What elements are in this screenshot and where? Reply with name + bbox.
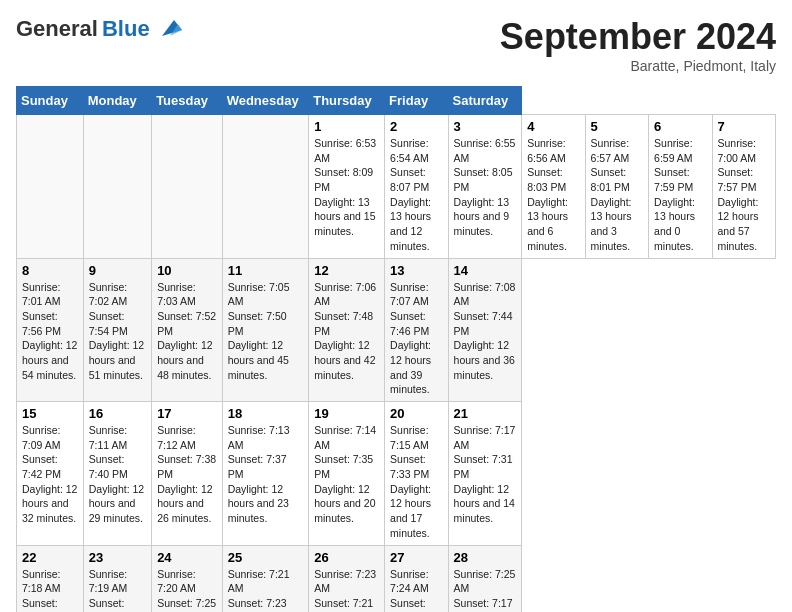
day-number: 7 (718, 119, 770, 134)
day-info: Sunrise: 7:12 AMSunset: 7:38 PMDaylight:… (157, 423, 217, 526)
day-info: Sunrise: 7:00 AMSunset: 7:57 PMDaylight:… (718, 136, 770, 254)
calendar-cell: 25Sunrise: 7:21 AMSunset: 7:23 PMDayligh… (222, 545, 309, 612)
calendar-cell: 18Sunrise: 7:13 AMSunset: 7:37 PMDayligh… (222, 402, 309, 546)
title-area: September 2024 Baratte, Piedmont, Italy (500, 16, 776, 74)
calendar-cell: 5Sunrise: 6:57 AMSunset: 8:01 PMDaylight… (585, 115, 648, 259)
day-number: 9 (89, 263, 146, 278)
logo: General Blue (16, 16, 182, 42)
day-number: 21 (454, 406, 517, 421)
location: Baratte, Piedmont, Italy (500, 58, 776, 74)
calendar-cell: 4Sunrise: 6:56 AMSunset: 8:03 PMDaylight… (522, 115, 585, 259)
day-number: 10 (157, 263, 217, 278)
calendar-cell: 10Sunrise: 7:03 AMSunset: 7:52 PMDayligh… (152, 258, 223, 402)
page-header: General Blue September 2024 Baratte, Pie… (16, 16, 776, 74)
day-number: 4 (527, 119, 579, 134)
day-number: 17 (157, 406, 217, 421)
column-header-saturday: Saturday (448, 87, 522, 115)
day-info: Sunrise: 6:53 AMSunset: 8:09 PMDaylight:… (314, 136, 379, 239)
day-number: 20 (390, 406, 442, 421)
calendar-cell: 17Sunrise: 7:12 AMSunset: 7:38 PMDayligh… (152, 402, 223, 546)
column-header-monday: Monday (83, 87, 151, 115)
calendar-cell: 6Sunrise: 6:59 AMSunset: 7:59 PMDaylight… (649, 115, 712, 259)
day-number: 13 (390, 263, 442, 278)
day-number: 14 (454, 263, 517, 278)
day-info: Sunrise: 7:02 AMSunset: 7:54 PMDaylight:… (89, 280, 146, 383)
day-info: Sunrise: 7:07 AMSunset: 7:46 PMDaylight:… (390, 280, 442, 398)
calendar-week-4: 22Sunrise: 7:18 AMSunset: 7:29 PMDayligh… (17, 545, 776, 612)
calendar-cell: 7Sunrise: 7:00 AMSunset: 7:57 PMDaylight… (712, 115, 775, 259)
column-header-wednesday: Wednesday (222, 87, 309, 115)
day-number: 19 (314, 406, 379, 421)
day-number: 24 (157, 550, 217, 565)
day-info: Sunrise: 6:56 AMSunset: 8:03 PMDaylight:… (527, 136, 579, 254)
day-number: 23 (89, 550, 146, 565)
calendar-cell: 14Sunrise: 7:08 AMSunset: 7:44 PMDayligh… (448, 258, 522, 402)
calendar-cell: 23Sunrise: 7:19 AMSunset: 7:27 PMDayligh… (83, 545, 151, 612)
day-number: 25 (228, 550, 304, 565)
day-info: Sunrise: 7:17 AMSunset: 7:31 PMDaylight:… (454, 423, 517, 526)
calendar-cell: 1Sunrise: 6:53 AMSunset: 8:09 PMDaylight… (309, 115, 385, 259)
day-number: 6 (654, 119, 706, 134)
day-info: Sunrise: 7:13 AMSunset: 7:37 PMDaylight:… (228, 423, 304, 526)
day-info: Sunrise: 7:08 AMSunset: 7:44 PMDaylight:… (454, 280, 517, 383)
calendar-week-1: 1Sunrise: 6:53 AMSunset: 8:09 PMDaylight… (17, 115, 776, 259)
calendar-cell: 21Sunrise: 7:17 AMSunset: 7:31 PMDayligh… (448, 402, 522, 546)
day-info: Sunrise: 6:55 AMSunset: 8:05 PMDaylight:… (454, 136, 517, 239)
column-header-friday: Friday (385, 87, 448, 115)
day-number: 5 (591, 119, 643, 134)
day-number: 18 (228, 406, 304, 421)
day-info: Sunrise: 7:20 AMSunset: 7:25 PMDaylight:… (157, 567, 217, 613)
day-info: Sunrise: 7:11 AMSunset: 7:40 PMDaylight:… (89, 423, 146, 526)
calendar-cell: 20Sunrise: 7:15 AMSunset: 7:33 PMDayligh… (385, 402, 448, 546)
calendar-cell: 9Sunrise: 7:02 AMSunset: 7:54 PMDaylight… (83, 258, 151, 402)
calendar-cell (83, 115, 151, 259)
calendar-cell: 2Sunrise: 6:54 AMSunset: 8:07 PMDaylight… (385, 115, 448, 259)
day-number: 1 (314, 119, 379, 134)
calendar-cell: 28Sunrise: 7:25 AMSunset: 7:17 PMDayligh… (448, 545, 522, 612)
day-info: Sunrise: 7:06 AMSunset: 7:48 PMDaylight:… (314, 280, 379, 383)
day-number: 22 (22, 550, 78, 565)
calendar-cell (152, 115, 223, 259)
calendar-header-row: SundayMondayTuesdayWednesdayThursdayFrid… (17, 87, 776, 115)
day-info: Sunrise: 7:19 AMSunset: 7:27 PMDaylight:… (89, 567, 146, 613)
day-info: Sunrise: 7:05 AMSunset: 7:50 PMDaylight:… (228, 280, 304, 383)
calendar-cell: 24Sunrise: 7:20 AMSunset: 7:25 PMDayligh… (152, 545, 223, 612)
day-number: 15 (22, 406, 78, 421)
day-info: Sunrise: 7:23 AMSunset: 7:21 PMDaylight:… (314, 567, 379, 613)
calendar-cell: 11Sunrise: 7:05 AMSunset: 7:50 PMDayligh… (222, 258, 309, 402)
calendar-week-2: 8Sunrise: 7:01 AMSunset: 7:56 PMDaylight… (17, 258, 776, 402)
day-number: 3 (454, 119, 517, 134)
day-info: Sunrise: 7:14 AMSunset: 7:35 PMDaylight:… (314, 423, 379, 526)
calendar-cell: 16Sunrise: 7:11 AMSunset: 7:40 PMDayligh… (83, 402, 151, 546)
calendar-cell: 13Sunrise: 7:07 AMSunset: 7:46 PMDayligh… (385, 258, 448, 402)
day-info: Sunrise: 7:25 AMSunset: 7:17 PMDaylight:… (454, 567, 517, 613)
calendar-cell: 3Sunrise: 6:55 AMSunset: 8:05 PMDaylight… (448, 115, 522, 259)
day-info: Sunrise: 6:57 AMSunset: 8:01 PMDaylight:… (591, 136, 643, 254)
month-title: September 2024 (500, 16, 776, 58)
day-info: Sunrise: 7:21 AMSunset: 7:23 PMDaylight:… (228, 567, 304, 613)
calendar-cell: 27Sunrise: 7:24 AMSunset: 7:19 PMDayligh… (385, 545, 448, 612)
calendar-cell: 22Sunrise: 7:18 AMSunset: 7:29 PMDayligh… (17, 545, 84, 612)
day-info: Sunrise: 7:01 AMSunset: 7:56 PMDaylight:… (22, 280, 78, 383)
calendar-cell (222, 115, 309, 259)
day-info: Sunrise: 6:59 AMSunset: 7:59 PMDaylight:… (654, 136, 706, 254)
day-info: Sunrise: 7:09 AMSunset: 7:42 PMDaylight:… (22, 423, 78, 526)
logo-general: General (16, 16, 98, 42)
day-number: 26 (314, 550, 379, 565)
day-info: Sunrise: 7:18 AMSunset: 7:29 PMDaylight:… (22, 567, 78, 613)
calendar-cell: 8Sunrise: 7:01 AMSunset: 7:56 PMDaylight… (17, 258, 84, 402)
day-info: Sunrise: 7:03 AMSunset: 7:52 PMDaylight:… (157, 280, 217, 383)
day-number: 27 (390, 550, 442, 565)
column-header-tuesday: Tuesday (152, 87, 223, 115)
day-number: 11 (228, 263, 304, 278)
day-number: 28 (454, 550, 517, 565)
day-info: Sunrise: 7:24 AMSunset: 7:19 PMDaylight:… (390, 567, 442, 613)
calendar-cell: 26Sunrise: 7:23 AMSunset: 7:21 PMDayligh… (309, 545, 385, 612)
day-number: 16 (89, 406, 146, 421)
column-header-thursday: Thursday (309, 87, 385, 115)
day-number: 2 (390, 119, 442, 134)
calendar-cell: 19Sunrise: 7:14 AMSunset: 7:35 PMDayligh… (309, 402, 385, 546)
day-number: 8 (22, 263, 78, 278)
column-header-sunday: Sunday (17, 87, 84, 115)
calendar-cell (17, 115, 84, 259)
